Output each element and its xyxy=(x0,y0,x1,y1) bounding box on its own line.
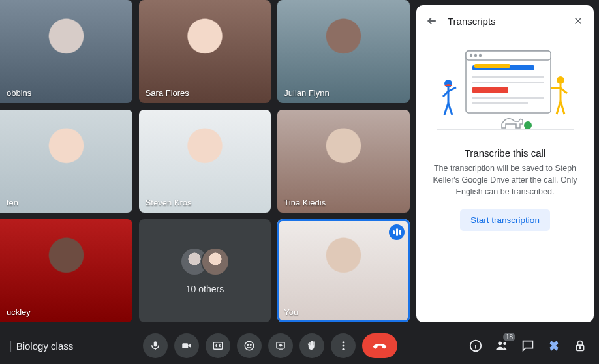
transcripts-panel: Transcripts xyxy=(416,5,594,322)
start-transcription-button[interactable]: Start transcription xyxy=(460,209,550,231)
present-screen-button[interactable] xyxy=(268,333,293,358)
svg-rect-17 xyxy=(213,342,223,350)
participant-name: Tina Kiedis xyxy=(284,198,326,207)
self-tile[interactable]: You xyxy=(277,219,410,322)
participant-name: Sara Flores xyxy=(146,88,189,98)
svg-point-18 xyxy=(245,341,254,350)
other-avatars xyxy=(180,247,230,276)
panel-heading: Transcribe this call xyxy=(465,147,545,159)
svg-point-14 xyxy=(524,121,532,129)
panel-description: The transcription will be saved to Steph… xyxy=(429,162,581,198)
meeting-name-text: Biology class xyxy=(16,341,74,352)
leave-call-button[interactable] xyxy=(362,333,397,358)
svg-point-2 xyxy=(470,54,472,57)
transcript-illustration xyxy=(437,44,574,136)
participant-name: Steven Kros xyxy=(146,198,192,207)
svg-point-23 xyxy=(343,345,345,347)
svg-rect-6 xyxy=(474,64,510,68)
meeting-details-button[interactable] xyxy=(467,337,484,354)
participant-name: Julian Flynn xyxy=(284,88,329,98)
participant-tile[interactable]: uckley xyxy=(0,219,132,322)
more-options-button[interactable] xyxy=(331,333,356,358)
svg-point-27 xyxy=(503,342,506,346)
svg-point-13 xyxy=(557,76,564,84)
svg-rect-16 xyxy=(182,343,188,348)
participant-tile[interactable]: Julian Flynn xyxy=(277,0,410,103)
show-people-button[interactable]: 18 xyxy=(493,337,510,354)
svg-point-22 xyxy=(343,341,345,343)
others-tile[interactable]: 10 others xyxy=(139,219,271,322)
chat-button[interactable] xyxy=(519,337,536,354)
svg-rect-1 xyxy=(466,51,551,60)
svg-point-4 xyxy=(479,54,482,57)
svg-point-12 xyxy=(444,80,452,87)
svg-point-24 xyxy=(343,348,345,350)
meeting-name[interactable]: | Biology class xyxy=(7,339,73,353)
participant-tile[interactable]: Sara Flores xyxy=(139,0,271,103)
close-icon[interactable] xyxy=(569,12,587,30)
participant-name: obbins xyxy=(7,88,31,98)
svg-point-20 xyxy=(251,344,252,346)
activities-button[interactable] xyxy=(545,337,562,354)
raise-hand-button[interactable] xyxy=(300,333,324,358)
others-count-label: 10 others xyxy=(186,284,224,294)
panel-title: Transcripts xyxy=(448,16,562,27)
participant-tile[interactable]: Steven Kros xyxy=(139,110,271,213)
participant-count-badge: 18 xyxy=(503,333,515,341)
camera-toggle-button[interactable] xyxy=(174,333,199,358)
svg-rect-9 xyxy=(472,87,508,93)
participant-tile[interactable]: obbins xyxy=(0,0,132,103)
self-label: You xyxy=(284,307,298,317)
back-icon[interactable] xyxy=(423,12,441,30)
participant-tile[interactable]: ten xyxy=(0,110,132,213)
participant-name: ten xyxy=(7,198,18,207)
participant-name: uckley xyxy=(7,307,31,317)
video-grid: obbins Sara Flores Julian Flynn ten Stev… xyxy=(0,0,410,327)
host-controls-button[interactable] xyxy=(572,337,589,354)
bottom-bar: | Biology class 18 xyxy=(0,327,599,364)
svg-point-26 xyxy=(498,341,502,345)
speaking-indicator-icon xyxy=(389,224,405,240)
captions-button[interactable] xyxy=(206,333,230,358)
svg-point-29 xyxy=(579,347,581,348)
svg-point-3 xyxy=(474,54,477,57)
reactions-button[interactable] xyxy=(237,333,262,358)
participant-tile[interactable]: Tina Kiedis xyxy=(277,110,410,213)
svg-point-19 xyxy=(247,344,249,346)
mic-toggle-button[interactable] xyxy=(143,333,168,358)
